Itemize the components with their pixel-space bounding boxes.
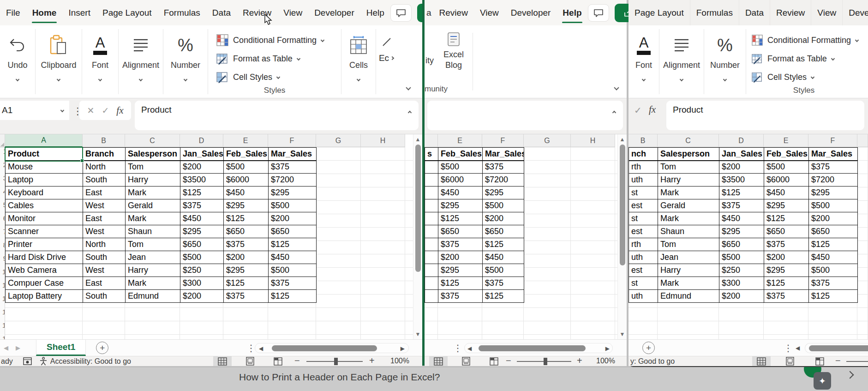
cell[interactable]: $500: [764, 161, 809, 174]
column-header-F[interactable]: F: [482, 134, 524, 147]
cell[interactable]: $500: [269, 199, 317, 212]
conditional-formatting-button[interactable]: Conditional Formatting: [216, 31, 324, 49]
cell[interactable]: Mark: [126, 277, 180, 290]
cell[interactable]: Jean: [126, 251, 180, 264]
cell[interactable]: Tom: [126, 161, 180, 174]
scroll-left-icon[interactable]: ◀: [259, 345, 263, 352]
cell[interactable]: $295: [438, 199, 483, 212]
cell-styles-chevron[interactable]: [811, 75, 814, 79]
cell[interactable]: $375: [483, 161, 524, 174]
cell[interactable]: $500: [269, 264, 317, 277]
cell[interactable]: Mar_Sales: [483, 148, 524, 161]
zoom-slider-handle[interactable]: [544, 358, 547, 365]
cell[interactable]: $125: [719, 186, 764, 199]
cell[interactable]: Keyboard: [6, 186, 83, 199]
cell[interactable]: Harry: [658, 264, 719, 277]
cell[interactable]: $125: [809, 290, 858, 303]
horizontal-scrollbar-middle[interactable]: ◀ ▶: [464, 343, 613, 353]
cell[interactable]: Jan_Sales: [719, 148, 764, 161]
cell[interactable]: $500: [483, 199, 524, 212]
cell[interactable]: st: [629, 212, 658, 225]
cell[interactable]: Mouse: [6, 161, 83, 174]
column-header-G[interactable]: G: [524, 134, 571, 147]
cell[interactable]: $125: [483, 290, 524, 303]
cell[interactable]: $375: [809, 161, 858, 174]
cell[interactable]: Salesperson: [658, 148, 719, 161]
column-header-E[interactable]: E: [223, 134, 268, 147]
cell[interactable]: $300: [180, 277, 224, 290]
cell[interactable]: West: [83, 225, 126, 238]
cell[interactable]: East: [83, 212, 126, 225]
cell[interactable]: Printer: [6, 238, 83, 251]
cell[interactable]: [425, 225, 438, 238]
cell[interactable]: $375: [764, 290, 809, 303]
sheet-nav-right-icon[interactable]: ▶: [12, 344, 24, 351]
page-layout-view-button[interactable]: [241, 356, 259, 366]
tab-review[interactable]: Review: [237, 0, 277, 25]
page-break-view-button[interactable]: [269, 356, 287, 366]
cell[interactable]: Feb_Sales: [438, 148, 483, 161]
zoom-in-button[interactable]: +: [369, 355, 375, 366]
cell[interactable]: Tom: [126, 238, 180, 251]
cell[interactable]: West: [83, 264, 126, 277]
cell[interactable]: $375: [180, 199, 224, 212]
cell[interactable]: est: [629, 199, 658, 212]
horizontal-scrollbar-left[interactable]: ◀ ▶: [255, 343, 409, 353]
alignment-chevron[interactable]: [680, 78, 683, 81]
vertical-scrollbar-left[interactable]: ▲ ▼: [413, 134, 422, 339]
normal-view-button[interactable]: [429, 356, 448, 366]
cell[interactable]: Edmund: [126, 290, 180, 303]
cell[interactable]: West: [83, 199, 126, 212]
cell[interactable]: Feb_Sales: [764, 148, 809, 161]
accessibility-status[interactable]: Accessibility: Good to go: [39, 357, 131, 366]
cell[interactable]: $300: [719, 277, 764, 290]
cell[interactable]: Shaun: [126, 225, 180, 238]
cell[interactable]: $295: [269, 186, 317, 199]
cell[interactable]: Laptop: [6, 174, 83, 186]
sheet-nav-left-icon[interactable]: ◀: [0, 344, 12, 351]
column-header-partial[interactable]: [425, 134, 438, 147]
column-header-D[interactable]: D: [180, 134, 223, 147]
cell[interactable]: $450: [269, 251, 317, 264]
cell[interactable]: Hard Disk Drive: [6, 251, 83, 264]
undo-chevron[interactable]: [16, 78, 19, 81]
cell[interactable]: $125: [224, 277, 269, 290]
undo-group[interactable]: Undo: [0, 25, 35, 98]
tab-home[interactable]: Home: [26, 0, 63, 25]
number-group[interactable]: % Number: [163, 25, 208, 98]
zoom-slider[interactable]: [846, 361, 868, 362]
cell[interactable]: South: [83, 174, 126, 186]
cell[interactable]: Feb_Sales: [224, 148, 269, 161]
font-group[interactable]: A Font: [629, 25, 659, 98]
cell[interactable]: $125: [764, 277, 809, 290]
normal-view-button[interactable]: [213, 356, 232, 366]
tab-help[interactable]: Help: [557, 0, 587, 25]
cell[interactable]: $450: [180, 212, 224, 225]
tab-developer[interactable]: Developer: [505, 0, 557, 25]
column-header-F[interactable]: F: [808, 134, 857, 147]
tab-view[interactable]: View: [474, 0, 505, 25]
cell[interactable]: Harry: [658, 174, 719, 186]
cell[interactable]: [425, 264, 438, 277]
scroll-up-icon[interactable]: ▲: [413, 136, 422, 143]
cell[interactable]: $375: [224, 238, 269, 251]
alignment-chevron[interactable]: [139, 78, 143, 81]
cell[interactable]: s: [425, 148, 438, 161]
formula-input[interactable]: [427, 101, 623, 130]
cell[interactable]: $200: [764, 251, 809, 264]
cell[interactable]: $375: [438, 290, 483, 303]
cell[interactable]: Monitor: [6, 212, 83, 225]
cell[interactable]: $450: [764, 186, 809, 199]
cell[interactable]: Tom: [658, 238, 719, 251]
cell[interactable]: $200: [719, 290, 764, 303]
scroll-right-icon[interactable]: ▶: [401, 345, 405, 352]
cell[interactable]: $6000: [224, 174, 269, 186]
conditional-formatting-chevron[interactable]: [855, 38, 859, 42]
cell[interactable]: $6000: [764, 174, 809, 186]
cell[interactable]: Branch: [83, 148, 126, 161]
tab-page-layout[interactable]: Page Layout: [629, 0, 690, 25]
cell-styles-chevron[interactable]: [276, 75, 280, 79]
cell[interactable]: $250: [719, 264, 764, 277]
zoom-in-button[interactable]: +: [577, 355, 582, 366]
cell[interactable]: $6000: [438, 174, 483, 186]
